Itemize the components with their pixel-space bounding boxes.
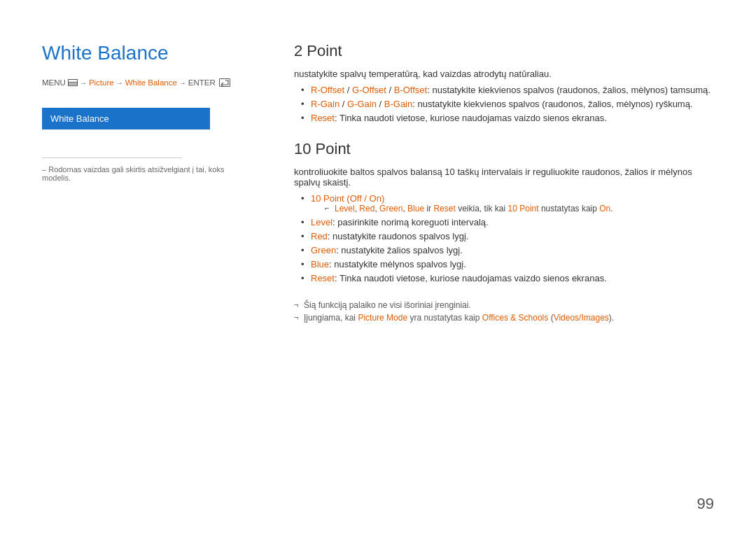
menu-label: MENU xyxy=(42,78,66,87)
videos-images-label: Videos/Images xyxy=(554,313,609,323)
section2-bullet-10point: 10 Point (Off / On) Level, Red, Green, B… xyxy=(301,193,714,213)
dash-note-1: Šią funkciją palaiko ne visi išoriniai į… xyxy=(294,300,714,310)
menu-path: MENU → Picture → White Balance → ENTER xyxy=(42,78,252,87)
picture-mode-label: Picture Mode xyxy=(358,313,407,323)
main-title: White Balance xyxy=(42,42,252,64)
section2-bullet-blue: Blue: nustatykite mėlynos spalvos lygį. xyxy=(301,259,714,269)
menu-box-label: White Balance xyxy=(50,113,109,124)
bullet2-rest: : nustatykite kiekvienos spalvos (raudon… xyxy=(412,99,692,109)
green-rest: : nustatykite žalios spalvos lygį. xyxy=(336,245,463,255)
section1-bullets: R-Offset / G-Offset / B-Offset: nustatyk… xyxy=(294,85,714,123)
ir-text: ir xyxy=(424,204,433,213)
level-label: Level xyxy=(311,217,332,227)
section1-bullet-1: R-Offset / G-Offset / B-Offset: nustatyk… xyxy=(301,85,714,95)
10point-label-sub2: 10 Point xyxy=(508,204,539,213)
dash-note-2-text-3: ( xyxy=(548,313,553,323)
section1-bullet-3: Reset: Tinka naudoti vietose, kuriose na… xyxy=(301,113,714,123)
enter-label: ENTER xyxy=(188,78,216,87)
r-gain-label: R-Gain xyxy=(311,99,340,109)
level-rest: : pasirinkite norimą koreguoti intervalą… xyxy=(332,217,489,227)
on-label-sub: On xyxy=(599,204,610,213)
blue-label-sub: Blue xyxy=(407,204,424,213)
white-balance-path-label: White Balance xyxy=(125,78,177,87)
section2-bullet-level: Level: pasirinkite norimą koreguoti inte… xyxy=(301,217,714,227)
green-label-sub: Green xyxy=(379,204,402,213)
page-number: 99 xyxy=(697,495,714,513)
level-label-sub: Level xyxy=(335,204,355,213)
red-label-sub: Red xyxy=(359,204,374,213)
10point-label: 10 Point xyxy=(311,193,344,204)
menu-icon xyxy=(68,79,78,86)
section2-bullet-red: Red: nustatykite raudonos spalvos lygį. xyxy=(301,231,714,241)
sep1: / xyxy=(344,85,352,95)
section2-bullets: 10 Point (Off / On) Level, Red, Green, B… xyxy=(294,193,714,283)
red-label: Red xyxy=(311,231,328,241)
reset-label-sub: Reset xyxy=(433,204,455,213)
period1: . xyxy=(610,204,612,213)
sep4: / xyxy=(377,99,384,109)
blue-label: Blue xyxy=(311,259,329,269)
sub-note-text: veikia, tik kai xyxy=(456,204,508,213)
section1-intro: nustatykite spalvų temperatūrą, kad vaiz… xyxy=(294,69,714,79)
dash-note-2-text-1: Įjungiama, kai xyxy=(304,313,358,323)
left-note: Rodomas vaizdas gali skirtis atsižvelgia… xyxy=(42,165,252,182)
g-gain-label: G-Gain xyxy=(347,99,377,109)
reset-label-1: Reset xyxy=(311,113,335,123)
section2-intro: kontroliuokite baltos spalvos balansą 10… xyxy=(294,167,714,188)
offices-label: Offices & Schools xyxy=(482,313,549,323)
sub-note-text2: nustatytas kaip xyxy=(539,204,600,213)
bullet3-rest: : Tinka naudoti vietose, kuriose naudoja… xyxy=(335,113,607,123)
bullet1-rest: : nustatykite kiekvienos spalvos (raudon… xyxy=(427,85,710,95)
picture-label: Picture xyxy=(89,78,114,87)
green-label: Green xyxy=(311,245,336,255)
section2-title: 10 Point xyxy=(294,140,714,158)
sep2: / xyxy=(386,85,394,95)
arrow3: → xyxy=(179,79,186,87)
dash-note-2-text-2: yra nustatytas kaip xyxy=(407,313,482,323)
section1-title: 2 Point xyxy=(294,42,714,60)
arrow1: → xyxy=(80,79,87,87)
sub-note-level: Level, Red, Green, Blue ir Reset veikia,… xyxy=(325,204,714,213)
reset-label-2: Reset xyxy=(311,273,335,283)
dash-note-2-text-4: ). xyxy=(609,313,614,323)
g-offset-label: G-Offset xyxy=(352,85,386,95)
section2-bullet-green: Green: nustatykite žalios spalvos lygį. xyxy=(301,245,714,255)
blue-rest: : nustatykite mėlynos spalvos lygį. xyxy=(329,259,466,269)
b-gain-label: B-Gain xyxy=(384,99,412,109)
10point-offon: (Off / On) xyxy=(344,193,385,204)
divider xyxy=(42,157,182,158)
right-panel: 2 Point nustatykite spalvų temperatūrą, … xyxy=(294,42,714,325)
section2-bullet-reset: Reset: Tinka naudoti vietose, kuriose na… xyxy=(301,273,714,283)
r-offset-label: R-Offset xyxy=(311,85,344,95)
menu-box: White Balance xyxy=(42,108,210,129)
left-panel: White Balance MENU → Picture → White Bal… xyxy=(42,42,252,325)
enter-icon xyxy=(219,78,230,87)
section1-bullet-2: R-Gain / G-Gain / B-Gain: nustatykite ki… xyxy=(301,99,714,109)
dash-note-1-text: Šią funkciją palaiko ne visi išoriniai į… xyxy=(304,300,471,310)
dash-note-2: Įjungiama, kai Picture Mode yra nustatyt… xyxy=(294,313,714,323)
red-rest: : nustatykite raudonos spalvos lygį. xyxy=(328,231,469,241)
arrow2: → xyxy=(116,79,123,87)
b-offset-label: B-Offset xyxy=(394,85,427,95)
sep3: / xyxy=(340,99,347,109)
reset-rest: : Tinka naudoti vietose, kuriose naudoja… xyxy=(335,273,607,283)
